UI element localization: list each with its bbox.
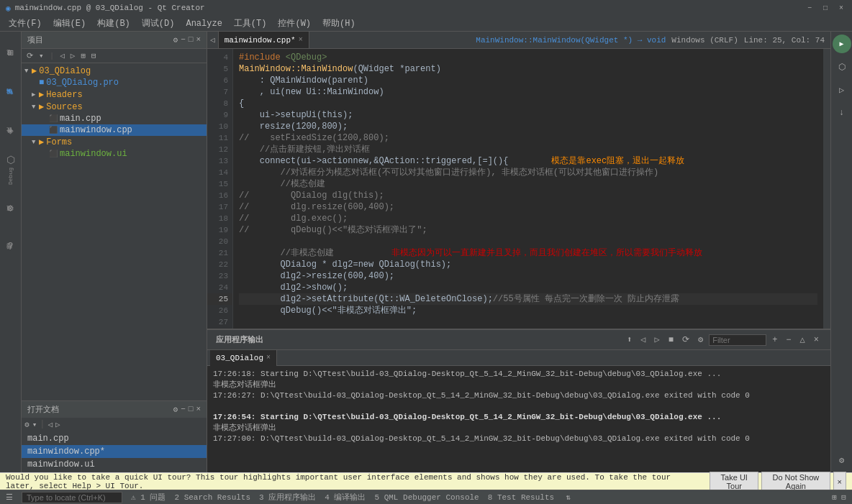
code-area[interactable]: #include <QDebug> MainWindow::MainWindow… xyxy=(233,49,823,329)
bottom-toolbar: 应用程序输出 ⬆ ◁ ▷ ■ ⟳ ⚙ + − △ × xyxy=(207,330,830,350)
output-filter[interactable] xyxy=(709,334,766,346)
btab-close[interactable]: × xyxy=(266,354,271,362)
sb-right-icons[interactable]: ⊞ ⊟ xyxy=(832,492,846,502)
sidebar-collapse-btn[interactable]: − xyxy=(181,35,186,45)
sidebar-float-btn[interactable]: □ xyxy=(189,35,194,45)
editor-area: ◁ mainwindow.cpp* × MainWindow::MainWind… xyxy=(207,32,830,472)
tree-item-pro[interactable]: ■ 03_QDialog.pro xyxy=(22,77,207,88)
tree-item-forms[interactable]: ▼ ▶ Forms xyxy=(22,136,207,148)
close-button[interactable]: × xyxy=(836,3,846,13)
menu-tools[interactable]: 工具(T) xyxy=(228,16,273,31)
step-btn[interactable]: ▷ xyxy=(833,81,851,99)
status-output[interactable]: 3 应用程序输出 xyxy=(259,492,316,503)
maximize-button[interactable]: □ xyxy=(820,3,830,13)
restart-btn[interactable]: ⟳ xyxy=(679,333,692,347)
tree-item-sources[interactable]: ▼ ▶ Sources xyxy=(22,101,207,113)
settings-btn[interactable]: ⚙ xyxy=(833,451,851,469)
sync-btn[interactable]: ⟳ xyxy=(24,50,35,61)
code-line-26: qDebug()<<"非模态对话框弹出"; xyxy=(239,305,817,316)
sidebar-close-btn[interactable]: × xyxy=(196,35,201,45)
filter-btn[interactable]: ▾ xyxy=(37,50,46,61)
tree-item-03_QDialog[interactable]: ▼ ▶ 03_QDialog xyxy=(22,65,207,77)
dont-show-button[interactable]: Do Not Show Again xyxy=(761,472,830,492)
run-btn[interactable]: ⬡ xyxy=(833,58,851,76)
expand-btn[interactable]: ⊞ xyxy=(78,50,88,61)
tree-item-mainwindow-ui[interactable]: ⬛ mainwindow.ui xyxy=(22,148,207,160)
annotation-line21: 非模态因为可以一直新建并且叉掉，而且我们创建在堆区，所以需要我们手动释放 xyxy=(391,247,702,259)
od-tool4[interactable]: ▷ xyxy=(55,420,60,429)
step2-btn[interactable]: ↓ xyxy=(833,104,851,122)
minimize-button[interactable]: − xyxy=(805,3,815,13)
od-btn3[interactable]: □ xyxy=(189,405,194,414)
status-problems[interactable]: ⚠ 1 问题 xyxy=(131,492,166,503)
menu-analyze[interactable]: Analyze xyxy=(180,17,227,30)
output-icon[interactable]: ⬆ xyxy=(624,333,635,347)
sidebar-item-edit[interactable]: ✎ 编辑 xyxy=(1,73,20,111)
line-num-22: 22 xyxy=(207,259,232,270)
od-tool2[interactable]: ▾ xyxy=(32,420,37,429)
doc-item-mainwindow-ui[interactable]: mainwindow.ui xyxy=(22,458,207,471)
status-arrows[interactable]: ⇅ xyxy=(566,492,571,502)
od-btn4[interactable]: × xyxy=(196,405,201,414)
panel-expand-btn[interactable]: △ xyxy=(797,333,808,347)
locate-input[interactable] xyxy=(22,492,122,503)
tour-close-button[interactable]: × xyxy=(833,472,846,492)
sidebar-item-debug[interactable]: ⬡ Debug xyxy=(1,151,20,188)
menu-debug[interactable]: 调试(D) xyxy=(136,16,181,31)
headers-folder-icon: ▶ xyxy=(39,89,44,100)
stop-btn[interactable]: ■ xyxy=(666,334,676,347)
tab-close-mainwindow[interactable]: × xyxy=(299,36,303,44)
zoom-in-btn[interactable]: + xyxy=(769,334,780,347)
collapse-btn[interactable]: ⊟ xyxy=(89,50,99,61)
sidebar-item-project[interactable]: ⚙ 项目 xyxy=(1,190,20,227)
menu-help[interactable]: 帮助(H) xyxy=(317,16,361,31)
run-btn2[interactable]: ▷ xyxy=(651,333,662,347)
btab-03QDialog[interactable]: 03_QDialog × xyxy=(210,350,277,366)
status-qml[interactable]: 5 QML Debugger Console xyxy=(374,493,479,502)
status-hamburger[interactable]: ☰ xyxy=(6,492,13,502)
take-tour-button[interactable]: Take UI Tour xyxy=(710,472,758,492)
run-btn[interactable]: ◁ xyxy=(638,333,648,347)
sidebar-title: 项目 xyxy=(27,35,43,45)
menu-controls[interactable]: 控件(W) xyxy=(272,16,317,31)
tree-item-main-cpp[interactable]: ⬛ main.cpp xyxy=(22,113,207,124)
debug-run-btn[interactable]: ▶ xyxy=(833,35,851,53)
tab-label-mainwindow: mainwindow.cpp* xyxy=(225,36,296,45)
od-tool3[interactable]: ◁ xyxy=(47,420,53,429)
sep1: | xyxy=(47,51,57,61)
doc-item-mainwindow-cpp[interactable]: mainwindow.cpp* xyxy=(22,445,207,458)
left-icon-strip: ⊞ 欢迎 ✎ 编辑 ◈ 设计 ⬡ Debug ⚙ 项目 ? 帮助 xyxy=(0,32,22,472)
sidebar-item-welcome[interactable]: ⊞ 欢迎 xyxy=(1,35,20,72)
panel-close-btn[interactable]: × xyxy=(811,334,822,347)
titlebar-controls[interactable]: − □ × xyxy=(805,3,846,13)
tab-mainwindow-cpp[interactable]: mainwindow.cpp* × xyxy=(219,32,309,49)
output-line-6: 非模态对话框弹出 xyxy=(213,423,825,434)
od-tool1[interactable]: ⚙ xyxy=(24,420,30,429)
status-search[interactable]: 2 Search Results xyxy=(174,493,250,502)
code-line-20 xyxy=(239,236,817,247)
od-btn1[interactable]: ⚙ xyxy=(173,405,178,414)
menu-edit[interactable]: 编辑(E) xyxy=(47,16,92,31)
tab-prev-btn[interactable]: ◁ xyxy=(207,32,219,49)
code-editor[interactable]: 4 5 6 7 8 9 10 11 12 13 14 15 16 17 18 1… xyxy=(207,49,830,329)
od-btn2[interactable]: − xyxy=(181,405,186,414)
nav-forward-btn[interactable]: ▷ xyxy=(68,50,78,61)
status-compile[interactable]: 4 编译输出 xyxy=(325,492,366,503)
sidebar-item-help[interactable]: ? 帮助 xyxy=(1,229,20,266)
line-num-4: 4 xyxy=(207,52,232,63)
tree-item-headers[interactable]: ▶ ▶ Headers xyxy=(22,88,207,101)
menu-build[interactable]: 构建(B) xyxy=(91,16,136,31)
status-test[interactable]: 8 Test Results xyxy=(488,493,554,502)
sidebar-filter-btn[interactable]: ⚙ xyxy=(173,35,178,45)
tour-bar: Would you like to take a quick UI tour? … xyxy=(0,472,852,490)
config-btn[interactable]: ⚙ xyxy=(695,333,706,347)
tree-item-mainwindow-cpp[interactable]: ⬛ mainwindow.cpp xyxy=(22,124,207,136)
zoom-out-btn[interactable]: − xyxy=(783,334,794,347)
menu-file[interactable]: 文件(F) xyxy=(3,16,47,31)
line-num-19: 19 xyxy=(207,224,232,236)
nav-back-btn[interactable]: ◁ xyxy=(58,50,67,61)
sidebar-item-design[interactable]: ◈ 设计 xyxy=(1,112,20,150)
doc-item-main[interactable]: main.cpp xyxy=(22,432,207,445)
line-num-10: 10 xyxy=(207,121,232,132)
editor-scrollbar[interactable] xyxy=(823,49,830,329)
